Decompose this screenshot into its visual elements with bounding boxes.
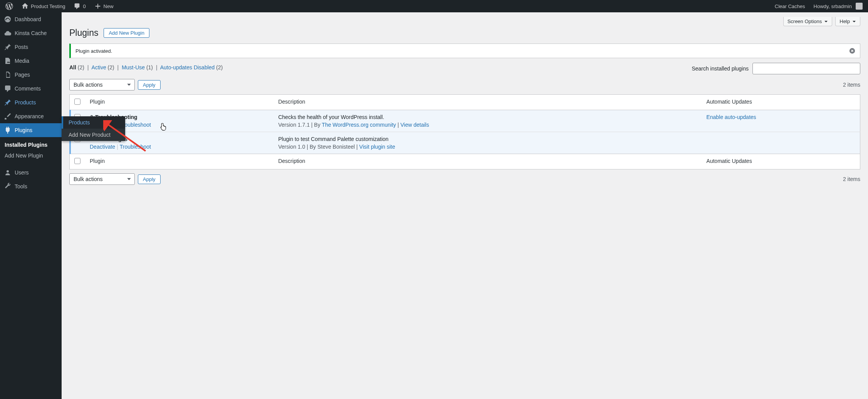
sidebar-item-label: Users (15, 169, 29, 176)
table-row: Product Pages Deactivate|Troubleshoot Pl… (70, 132, 860, 154)
item-count-bottom: 2 items (843, 176, 860, 182)
plugin-description: Checks the health of your WordPress inst… (278, 114, 697, 120)
bulk-actions-select-top[interactable]: Bulk actions (69, 79, 135, 91)
apply-bulk-bottom-button[interactable]: Apply (138, 174, 161, 184)
sidebar-item-label: Pages (15, 72, 30, 78)
avatar (856, 3, 863, 10)
sidebar-item-label: Kinsta Cache (15, 30, 47, 36)
sidebar-item-tools[interactable]: Tools (0, 179, 62, 193)
column-description[interactable]: Description (273, 95, 702, 110)
sidebar-item-label: Products (15, 99, 36, 106)
main-content: Screen Options Help Plugins Add New Plug… (62, 12, 868, 399)
close-icon (849, 48, 855, 54)
plugin-author-link[interactable]: The WordPress.org community (322, 122, 396, 128)
products-flyout: Products Add New Product (62, 116, 125, 141)
add-new-plugin-button[interactable]: Add New Plugin (104, 28, 149, 38)
submenu-add-new-plugin[interactable]: Add New Plugin (0, 150, 62, 161)
sidebar-item-label: Plugins (15, 127, 32, 133)
page-icon (4, 71, 12, 79)
admin-sidebar: Dashboard Kinsta Cache Posts Media Pages… (0, 12, 62, 399)
dashboard-icon (4, 15, 12, 23)
sidebar-item-label: Appearance (15, 113, 44, 119)
search-label: Search installed plugins (692, 65, 749, 72)
sidebar-item-label: Dashboard (15, 16, 41, 22)
column-auto-updates-footer[interactable]: Automatic Updates (702, 154, 860, 169)
sidebar-item-label: Posts (15, 44, 28, 50)
caret-down-icon (852, 20, 856, 23)
user-icon (4, 169, 12, 176)
plug-icon (4, 126, 12, 134)
sidebar-item-plugins[interactable]: Plugins (0, 123, 62, 137)
column-plugin-footer[interactable]: Plugin (85, 154, 273, 169)
sidebar-item-products[interactable]: Products (0, 96, 62, 109)
select-all-checkbox-top[interactable] (74, 99, 80, 105)
item-count-top: 2 items (843, 82, 860, 88)
sidebar-item-pages[interactable]: Pages (0, 68, 62, 82)
sidebar-item-label: Tools (15, 183, 27, 189)
media-icon (4, 57, 12, 65)
sidebar-item-comments[interactable]: Comments (0, 82, 62, 96)
column-auto-updates[interactable]: Automatic Updates (702, 95, 860, 110)
sidebar-item-users[interactable]: Users (0, 166, 62, 179)
search-plugins-input[interactable] (752, 63, 860, 74)
admin-toolbar: Product Testing 0 New Clear Caches Howdy… (0, 0, 868, 12)
enable-auto-updates-link[interactable]: Enable auto-updates (706, 114, 756, 120)
account-link[interactable]: Howdy, srbadmin (812, 0, 864, 12)
troubleshoot-link[interactable]: Troubleshoot (120, 144, 151, 150)
filter-must-use[interactable]: Must-Use (122, 64, 145, 70)
select-all-checkbox-bottom[interactable] (74, 158, 80, 164)
caret-down-icon (824, 20, 828, 23)
wrench-icon (4, 183, 12, 190)
howdy-text: Howdy, srbadmin (814, 3, 852, 9)
help-button[interactable]: Help (835, 17, 860, 26)
filter-active[interactable]: Active (92, 64, 106, 70)
column-description-footer[interactable]: Description (273, 154, 702, 169)
column-plugin[interactable]: Plugin (85, 95, 273, 110)
new-content-link[interactable]: New (93, 0, 115, 12)
sidebar-item-label: Media (15, 58, 29, 64)
screen-options-button[interactable]: Screen Options (783, 17, 833, 26)
caret-down-icon (127, 82, 131, 87)
caret-down-icon (127, 177, 131, 181)
new-label: New (104, 3, 114, 9)
filter-all[interactable]: All (69, 64, 76, 70)
comment-icon (74, 3, 80, 10)
sidebar-item-posts[interactable]: Posts (0, 40, 62, 54)
wp-logo[interactable] (4, 0, 15, 12)
comment-icon (4, 85, 12, 92)
site-name-text: Product Testing (31, 3, 65, 9)
pin-icon (4, 99, 12, 106)
plus-icon (94, 3, 101, 10)
plugin-description: Plugin to test Command Palette customiza… (278, 136, 697, 142)
wordpress-icon (5, 2, 13, 10)
sidebar-item-media[interactable]: Media (0, 54, 62, 68)
comment-count: 0 (83, 3, 85, 9)
home-icon (22, 3, 28, 10)
comments-link[interactable]: 0 (72, 0, 87, 12)
clear-caches-link[interactable]: Clear Caches (773, 0, 807, 12)
submenu-installed-plugins[interactable]: Installed Plugins (0, 139, 62, 150)
bulk-actions-select-bottom[interactable]: Bulk actions (69, 173, 135, 185)
notice-success: Plugin activated. (69, 44, 860, 58)
filter-auto-updates-disabled[interactable]: Auto-updates Disabled (160, 64, 215, 70)
apply-bulk-top-button[interactable]: Apply (138, 80, 161, 90)
plugins-submenu: Installed Plugins Add New Plugin (0, 137, 62, 166)
table-row: & Troubleshooting Deactivate|Troubleshoo… (70, 110, 860, 132)
view-details-link[interactable]: View details (400, 122, 429, 128)
dismiss-notice-button[interactable] (849, 48, 855, 54)
sidebar-item-label: Comments (15, 86, 41, 92)
sidebar-item-appearance[interactable]: Appearance (0, 109, 62, 123)
flyout-item-add-new-product[interactable]: Add New Product (62, 129, 125, 141)
brush-icon (4, 112, 12, 120)
plugins-table: Plugin Description Automatic Updates & T… (69, 94, 860, 169)
visit-plugin-site-link[interactable]: Visit plugin site (359, 144, 395, 150)
flyout-item-products[interactable]: Products (62, 116, 125, 129)
sidebar-item-dashboard[interactable]: Dashboard (0, 12, 62, 26)
page-title: Plugins (69, 28, 98, 38)
cloud-icon (4, 29, 12, 37)
notice-text: Plugin activated. (75, 48, 112, 54)
sidebar-item-kinsta-cache[interactable]: Kinsta Cache (0, 26, 62, 40)
pin-icon (4, 43, 12, 51)
site-name-link[interactable]: Product Testing (20, 0, 67, 12)
deactivate-link[interactable]: Deactivate (90, 144, 115, 150)
